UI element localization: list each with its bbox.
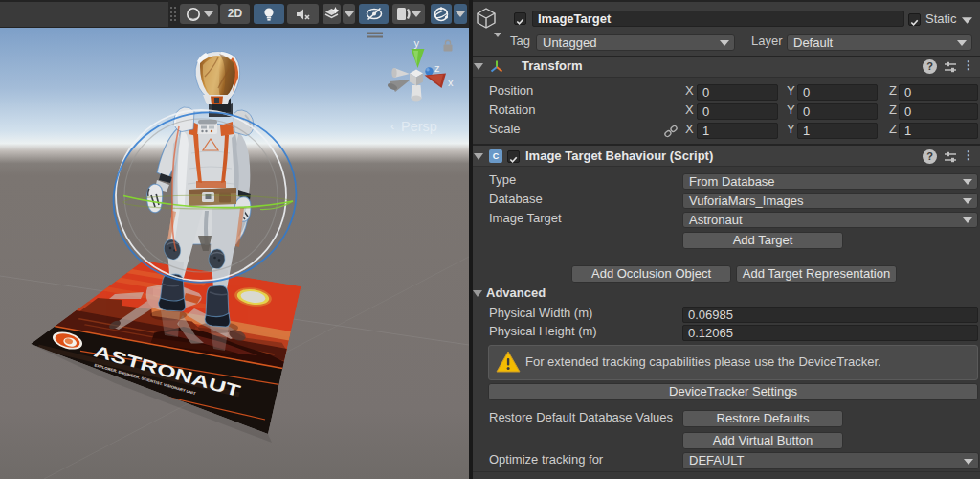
svg-text:y: y — [414, 37, 420, 49]
svg-text:‹: ‹ — [390, 119, 394, 133]
svg-text:Persp: Persp — [401, 119, 437, 134]
svg-text:z: z — [434, 62, 440, 74]
svg-text:x: x — [448, 77, 454, 88]
